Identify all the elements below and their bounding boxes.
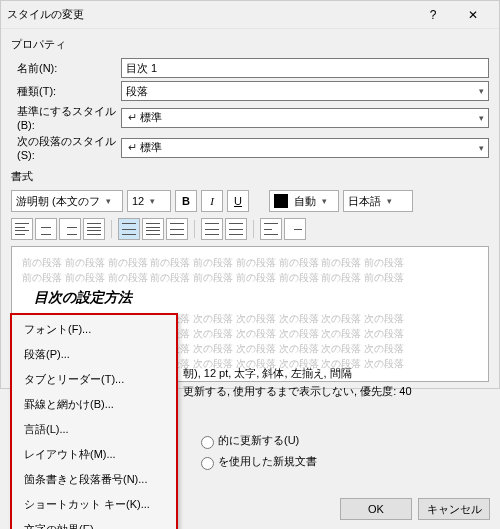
line-spacing-15-button[interactable] bbox=[142, 218, 164, 240]
preview-sample-text: 目次の設定方法 bbox=[34, 289, 478, 307]
menu-border[interactable]: 罫線と網かけ(B)... bbox=[12, 392, 176, 417]
font-family-select[interactable]: 游明朝 (本文のフ▾ bbox=[11, 190, 123, 212]
color-swatch-icon bbox=[274, 194, 288, 208]
base-style-select[interactable]: ↵標準 ▾ bbox=[121, 108, 489, 128]
menu-frame[interactable]: レイアウト枠(M)... bbox=[12, 442, 176, 467]
paragraph-icon: ↵ bbox=[126, 111, 138, 124]
underline-button[interactable]: U bbox=[227, 190, 249, 212]
help-button[interactable]: ? bbox=[413, 8, 453, 22]
dialog-title: スタイルの変更 bbox=[7, 7, 413, 22]
kind-label: 種類(T): bbox=[11, 84, 121, 99]
base-value: 標準 bbox=[140, 111, 162, 123]
italic-button[interactable]: I bbox=[201, 190, 223, 212]
new-documents-label: を使用した新規文書 bbox=[218, 455, 317, 467]
indent-decrease-button[interactable] bbox=[260, 218, 282, 240]
chevron-down-icon: ▾ bbox=[387, 196, 392, 206]
align-center-button[interactable] bbox=[35, 218, 57, 240]
name-input[interactable] bbox=[121, 58, 489, 78]
cancel-button[interactable]: キャンセル bbox=[418, 498, 490, 520]
preview-prev-paragraph: 前の段落 前の段落 前の段落 前の段落 前の段落 前の段落 前の段落 前の段落 … bbox=[22, 270, 478, 285]
space-before-dec-button[interactable] bbox=[225, 218, 247, 240]
chevron-down-icon: ▾ bbox=[479, 143, 484, 153]
next-label: 次の段落のスタイル(S): bbox=[11, 134, 121, 161]
menu-tabs[interactable]: タブとリーダー(T)... bbox=[12, 367, 176, 392]
align-left-button[interactable] bbox=[11, 218, 33, 240]
menu-text-effects[interactable]: 文字の効果(E)... bbox=[12, 517, 176, 529]
menu-language[interactable]: 言語(L)... bbox=[12, 417, 176, 442]
align-justify-button[interactable] bbox=[83, 218, 105, 240]
chevron-down-icon: ▾ bbox=[106, 196, 111, 206]
font-family-value: 游明朝 (本文のフ bbox=[16, 194, 100, 209]
line-spacing-2-button[interactable] bbox=[166, 218, 188, 240]
line-spacing-1-button[interactable] bbox=[118, 218, 140, 240]
auto-update-label: 的に更新する(U) bbox=[218, 434, 299, 446]
chevron-down-icon: ▾ bbox=[150, 196, 155, 206]
chevron-down-icon: ▾ bbox=[479, 86, 484, 96]
chevron-down-icon: ▾ bbox=[479, 113, 484, 123]
next-value: 標準 bbox=[140, 141, 162, 153]
indent-increase-button[interactable] bbox=[284, 218, 306, 240]
language-value: 日本語 bbox=[348, 194, 381, 209]
align-right-button[interactable] bbox=[59, 218, 81, 240]
new-documents-radio[interactable] bbox=[201, 457, 214, 470]
kind-value: 段落 bbox=[126, 84, 148, 99]
format-heading: 書式 bbox=[11, 169, 489, 184]
font-size-select[interactable]: 12▾ bbox=[127, 190, 171, 212]
paragraph-icon: ↵ bbox=[126, 141, 138, 154]
space-before-inc-button[interactable] bbox=[201, 218, 223, 240]
auto-update-radio[interactable] bbox=[201, 436, 214, 449]
menu-paragraph[interactable]: 段落(P)... bbox=[12, 342, 176, 367]
style-description: 朝), 12 pt, 太字, 斜体, 左揃え, 間隔 更新する, 使用するまで表… bbox=[183, 365, 412, 400]
chevron-down-icon: ▾ bbox=[322, 196, 327, 206]
kind-select[interactable]: 段落 ▾ bbox=[121, 81, 489, 101]
separator bbox=[194, 220, 195, 238]
font-color-value: 自動 bbox=[294, 194, 316, 209]
font-size-value: 12 bbox=[132, 195, 144, 207]
menu-font[interactable]: フォント(F)... bbox=[12, 317, 176, 342]
base-label: 基準にするスタイル(B): bbox=[11, 104, 121, 131]
preview-prev-paragraph: 前の段落 前の段落 前の段落 前の段落 前の段落 前の段落 前の段落 前の段落 … bbox=[22, 255, 478, 270]
ok-button[interactable]: OK bbox=[340, 498, 412, 520]
name-label: 名前(N): bbox=[11, 61, 121, 76]
separator bbox=[111, 220, 112, 238]
font-color-select[interactable]: 自動▾ bbox=[269, 190, 339, 212]
separator bbox=[253, 220, 254, 238]
menu-numbering[interactable]: 箇条書きと段落番号(N)... bbox=[12, 467, 176, 492]
properties-heading: プロパティ bbox=[11, 37, 489, 52]
close-button[interactable]: ✕ bbox=[453, 8, 493, 22]
format-menu: フォント(F)... 段落(P)... タブとリーダー(T)... 罫線と網かけ… bbox=[10, 313, 178, 529]
bold-button[interactable]: B bbox=[175, 190, 197, 212]
language-select[interactable]: 日本語▾ bbox=[343, 190, 413, 212]
menu-shortcut[interactable]: ショートカット キー(K)... bbox=[12, 492, 176, 517]
next-style-select[interactable]: ↵標準 ▾ bbox=[121, 138, 489, 158]
